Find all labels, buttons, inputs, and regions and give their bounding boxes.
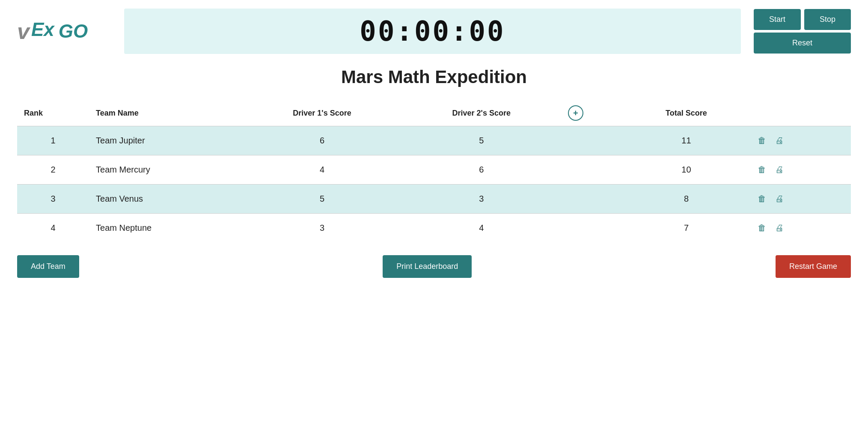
cell-team-name: Team Venus <box>89 185 242 214</box>
cell-rank: 1 <box>17 126 89 155</box>
table-row: 3 Team Venus 5 3 8 🗑 🖨 <box>17 185 851 214</box>
cell-driver1-score: 5 <box>242 185 401 214</box>
restart-game-button[interactable]: Restart Game <box>776 255 851 278</box>
cell-actions: 🗑 🖨 <box>747 185 851 214</box>
page-title: Mars Math Expedition <box>17 67 851 87</box>
add-team-button[interactable]: Add Team <box>17 255 79 278</box>
delete-row-button[interactable]: 🗑 <box>754 192 770 206</box>
print-row-button[interactable]: 🖨 <box>772 134 787 147</box>
logo-ex: Ex <box>31 20 54 39</box>
cell-rank: 2 <box>17 155 89 185</box>
cell-driver2-score: 4 <box>402 214 561 243</box>
delete-row-button[interactable]: 🗑 <box>754 221 770 235</box>
cell-total-score: 8 <box>625 185 747 214</box>
cell-total-score: 11 <box>625 126 747 155</box>
header: v Ex GO 00:00:00 Start Stop Reset <box>17 9 851 54</box>
add-column-header: + <box>561 100 625 126</box>
cell-total-score: 7 <box>625 214 747 243</box>
cell-driver2-score: 3 <box>402 185 561 214</box>
add-column-button[interactable]: + <box>568 105 583 121</box>
print-row-button[interactable]: 🖨 <box>772 192 787 206</box>
stop-button[interactable]: Stop <box>804 9 851 30</box>
col-driver1: Driver 1's Score <box>242 100 401 126</box>
cell-extra <box>561 126 625 155</box>
cell-actions: 🗑 🖨 <box>747 126 851 155</box>
cell-driver1-score: 3 <box>242 214 401 243</box>
footer: Add Team Print Leaderboard Restart Game <box>17 255 851 278</box>
cell-team-name: Team Mercury <box>89 155 242 185</box>
logo-v: v <box>17 20 30 42</box>
col-driver2: Driver 2's Score <box>402 100 561 126</box>
table-row: 1 Team Jupiter 6 5 11 🗑 🖨 <box>17 126 851 155</box>
cell-extra <box>561 214 625 243</box>
print-leaderboard-button[interactable]: Print Leaderboard <box>383 255 472 278</box>
logo-go: GO <box>59 22 88 41</box>
cell-driver1-score: 4 <box>242 155 401 185</box>
cell-driver2-score: 5 <box>402 126 561 155</box>
col-rank: Rank <box>17 100 89 126</box>
col-actions <box>747 100 851 126</box>
cell-team-name: Team Neptune <box>89 214 242 243</box>
timer-controls: Start Stop Reset <box>754 9 851 54</box>
cell-extra <box>561 155 625 185</box>
reset-button[interactable]: Reset <box>754 33 851 54</box>
print-row-button[interactable]: 🖨 <box>772 221 787 235</box>
cell-actions: 🗑 🖨 <box>747 155 851 185</box>
cell-actions: 🗑 🖨 <box>747 214 851 243</box>
cell-driver1-score: 6 <box>242 126 401 155</box>
table-row: 2 Team Mercury 4 6 10 🗑 🖨 <box>17 155 851 185</box>
delete-row-button[interactable]: 🗑 <box>754 134 770 147</box>
table-header-row: Rank Team Name Driver 1's Score Driver 2… <box>17 100 851 126</box>
start-button[interactable]: Start <box>754 9 801 30</box>
cell-driver2-score: 6 <box>402 155 561 185</box>
cell-rank: 4 <box>17 214 89 243</box>
cell-extra <box>561 185 625 214</box>
col-team-name: Team Name <box>89 100 242 126</box>
cell-rank: 3 <box>17 185 89 214</box>
print-row-button[interactable]: 🖨 <box>772 163 787 176</box>
cell-total-score: 10 <box>625 155 747 185</box>
logo: v Ex GO <box>17 20 111 42</box>
timer-display: 00:00:00 <box>124 9 741 54</box>
delete-row-button[interactable]: 🗑 <box>754 163 770 176</box>
col-total: Total Score <box>625 100 747 126</box>
leaderboard-table: Rank Team Name Driver 1's Score Driver 2… <box>17 100 851 242</box>
table-row: 4 Team Neptune 3 4 7 🗑 🖨 <box>17 214 851 243</box>
cell-team-name: Team Jupiter <box>89 126 242 155</box>
